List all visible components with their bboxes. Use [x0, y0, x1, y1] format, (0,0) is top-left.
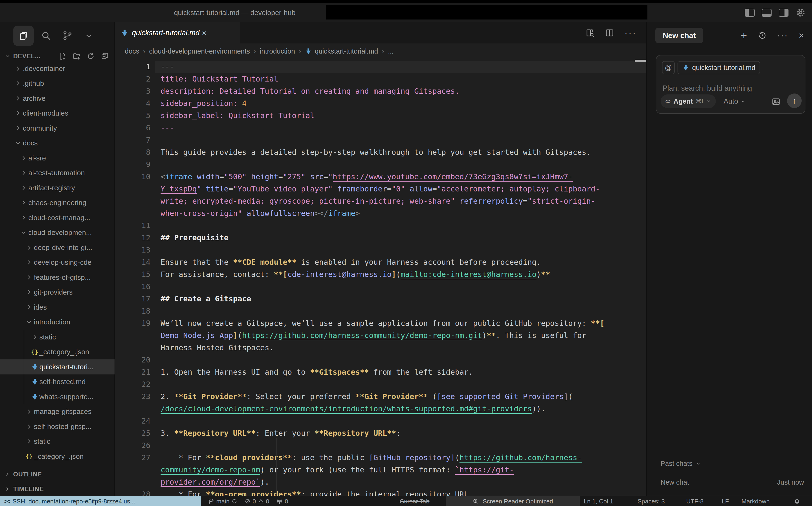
code-line[interactable]: 10<​iframe​ ​width​=​"500"​ ​height​=​"2… [115, 171, 646, 220]
tree-item[interactable]: self-hosted.md [0, 374, 115, 390]
tree-item[interactable]: ides [0, 300, 115, 315]
new-folder-icon[interactable] [72, 52, 81, 60]
remote-indicator[interactable]: >< SSH: documentation-repo-e5ifp9-8rzze4… [0, 496, 201, 506]
tree-item[interactable]: manage-gitspaces [0, 404, 115, 419]
code-line[interactable]: 6--- [115, 122, 646, 134]
tree-item[interactable]: whats-supporte... [0, 389, 115, 404]
eol-status[interactable]: LF [722, 496, 729, 506]
tree-item[interactable]: chaos-engineering [0, 195, 115, 210]
tree-item[interactable]: ai-sre [0, 151, 115, 166]
tree-item[interactable]: introduction [0, 315, 115, 330]
code-line[interactable]: 5sidebar_label: Quickstart Tutorial [115, 109, 646, 122]
code-line[interactable]: 8This guide provides a detailed step-by-… [115, 146, 646, 158]
tree-item[interactable]: develop-using-cde [0, 255, 115, 270]
tree-item[interactable]: community [0, 121, 115, 136]
tree-item[interactable]: artifact-registry [0, 180, 115, 195]
tree-item[interactable]: static [0, 330, 115, 345]
add-context-button[interactable]: @ [662, 61, 675, 74]
code-line[interactable]: 4sidebar_position: ​4 [115, 97, 646, 109]
notifications-bell-icon[interactable] [794, 498, 801, 506]
send-button[interactable]: ↑ [787, 93, 802, 108]
toggle-panel-icon[interactable] [762, 9, 771, 17]
language-mode-status[interactable]: Markdown [741, 496, 770, 506]
code-line[interactable]: 16 [115, 280, 646, 293]
code-line[interactable]: 14Ensure that the ​**CDE module**​ is en… [115, 256, 646, 268]
explorer-icon[interactable] [13, 26, 33, 46]
cursor-position-status[interactable]: Ln 1, Col 1 [584, 496, 613, 506]
breadcrumb-docs[interactable]: docs [125, 48, 139, 55]
code-line[interactable]: 12## Prerequisite [115, 232, 646, 244]
editor[interactable]: 1---2title: Quickstart Tutorial3descript… [115, 59, 646, 496]
code-line[interactable]: 232. ​**Git Provider**​: Select your pre… [115, 391, 646, 415]
code-line[interactable]: 7 [115, 134, 646, 146]
tree-item[interactable]: {}_category_.json [0, 449, 115, 464]
sidebar-section-timeline[interactable]: TIMELINE [0, 482, 115, 496]
code-line[interactable]: 27 * For ​**cloud providers**​: use the … [115, 451, 646, 488]
tree-item[interactable]: docs [0, 136, 115, 151]
tree-item[interactable]: cloud-developmen... [0, 225, 115, 240]
code-line[interactable]: 20 [115, 354, 646, 366]
tree-item[interactable]: git-providers [0, 285, 115, 300]
code-line[interactable]: 253. ​**Repository URL**​: Enter your ​*… [115, 427, 646, 439]
agent-mode-selector[interactable]: ∞ Agent ⌘I [661, 94, 716, 108]
code-line[interactable]: 24 [115, 415, 646, 427]
code-line[interactable]: 22 [115, 378, 646, 391]
toggle-secondary-sidebar-icon[interactable] [779, 9, 789, 17]
problems-status[interactable]: 0 0 [244, 498, 269, 505]
tree-item[interactable]: deep-dive-into-gi... [0, 240, 115, 255]
source-control-icon[interactable] [57, 26, 78, 46]
code-line[interactable]: 28 * For ​**on-prem providers**​: provid… [115, 488, 646, 496]
more-views-chevron-icon[interactable] [79, 26, 99, 46]
breadcrumb-introduction[interactable]: introduction [260, 48, 295, 55]
model-selector[interactable]: Auto [724, 94, 745, 108]
new-file-icon[interactable] [58, 52, 67, 60]
chat-history-item[interactable]: New chat Just now [661, 479, 804, 486]
past-chats-toggle[interactable]: Past chats [661, 460, 701, 468]
code-line[interactable]: 17## Create a Gitspace [115, 293, 646, 305]
search-icon[interactable] [36, 26, 56, 46]
code-line[interactable]: 18 [115, 305, 646, 317]
tree-item[interactable]: quickstart-tutori... [0, 359, 115, 374]
breadcrumb-file[interactable]: quickstart-tutorial.md [315, 48, 378, 55]
toggle-primary-sidebar-icon[interactable] [745, 9, 755, 17]
context-file-chip[interactable]: quickstart-tutorial.md [677, 61, 760, 74]
close-tab-icon[interactable]: × [202, 28, 207, 37]
tree-item[interactable]: ai-test-automation [0, 166, 115, 181]
new-chat-icon[interactable]: + [741, 30, 747, 41]
tree-item[interactable]: features-of-gitsp... [0, 270, 115, 285]
code-line[interactable]: 211. Open the Harness UI and go to ​**Gi… [115, 366, 646, 378]
indentation-status[interactable]: Spaces: 3 [638, 496, 665, 506]
refresh-icon[interactable] [86, 52, 95, 60]
close-icon[interactable]: × [799, 30, 804, 41]
git-branch-status[interactable]: main [208, 498, 237, 505]
ports-status[interactable]: 0 [276, 498, 288, 505]
code-line[interactable]: 19We’ll now create a Gitspace, we’ll use… [115, 317, 646, 354]
code-line[interactable]: 9 [115, 158, 646, 171]
code-line[interactable]: 26 [115, 439, 646, 451]
breadcrumb-symbol[interactable]: ... [388, 48, 393, 55]
collapse-all-icon[interactable] [100, 52, 109, 60]
tree-item[interactable]: cloud-cost-manag... [0, 210, 115, 225]
attach-image-icon[interactable] [771, 97, 781, 107]
sidebar-section-outline[interactable]: OUTLINE [0, 467, 115, 482]
tree-item[interactable]: self-hosted-gitsp... [0, 419, 115, 434]
code-line[interactable]: 2title: Quickstart Tutorial [115, 73, 646, 85]
code-line[interactable]: 15For assistance, contact: ​**​[​cde-int… [115, 268, 646, 280]
tree-item[interactable]: .devcontainer [0, 61, 115, 76]
split-editor-icon[interactable] [605, 28, 614, 38]
chat-input[interactable]: @ quickstart-tutorial.md Plan, search, b… [656, 55, 805, 114]
tree-item[interactable]: {}_category_.json [0, 345, 115, 360]
code-line[interactable]: 1--- [115, 61, 646, 73]
cursor-tab-status[interactable]: Cursor Tab [400, 496, 430, 506]
screen-reader-status[interactable]: Screen Reader Optimized [446, 496, 580, 506]
code-line[interactable]: 3description: Detailed Tutorial on creat… [115, 85, 646, 97]
breadcrumb-cde[interactable]: cloud-development-environments [149, 48, 250, 55]
tree-item[interactable]: archive [0, 91, 115, 106]
tree-item[interactable]: .github [0, 76, 115, 91]
code-line[interactable]: 13 [115, 244, 646, 256]
history-icon[interactable] [757, 31, 767, 40]
tab-quickstart-tutorial[interactable]: quickstart-tutorial.md × [115, 22, 240, 44]
encoding-status[interactable]: UTF-8 [686, 496, 704, 506]
chat-tab-new-chat[interactable]: New chat [655, 28, 703, 43]
more-actions-icon[interactable]: ··· [624, 30, 637, 35]
